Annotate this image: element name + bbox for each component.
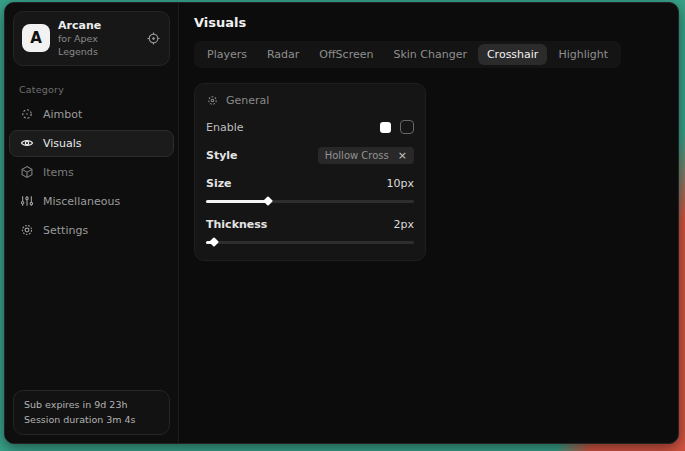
style-label: Style (206, 149, 238, 162)
tab-players[interactable]: Players (198, 44, 256, 65)
color-swatch[interactable] (380, 122, 391, 133)
sidebar-item-label: Items (43, 166, 74, 179)
thickness-slider-track (206, 241, 414, 244)
sidebar-item-items[interactable]: Items (9, 159, 174, 186)
panel-title: General (226, 94, 269, 107)
app-window: A Arcane for Apex Legends Category (4, 2, 679, 444)
size-slider[interactable] (206, 197, 414, 205)
tab-offscreen[interactable]: OffScreen (310, 44, 382, 65)
sidebar-item-visuals[interactable]: Visuals (9, 130, 174, 157)
thickness-row: Thickness 2px (206, 218, 414, 231)
category-label: Category (19, 84, 178, 95)
remove-style-icon[interactable]: × (398, 150, 407, 161)
size-row: Size 10px (206, 177, 414, 190)
thickness-slider-thumb[interactable] (209, 237, 219, 247)
sidebar-item-miscellaneous[interactable]: Miscellaneous (9, 188, 174, 215)
sidebar-item-aimbot[interactable]: Aimbot (9, 101, 174, 128)
general-icon (206, 94, 219, 107)
app-title: Arcane (58, 19, 138, 33)
style-row: Style Hollow Cross × (206, 147, 414, 164)
app-subtitle: for Apex Legends (58, 33, 138, 58)
thickness-slider[interactable] (206, 238, 414, 246)
thickness-value: 2px (394, 218, 415, 231)
tab-highlight[interactable]: Highlight (549, 44, 617, 65)
style-value: Hollow Cross (325, 150, 389, 161)
target-icon[interactable] (146, 31, 161, 46)
sidebar-item-label: Aimbot (43, 108, 82, 121)
box-icon (20, 165, 34, 179)
sidebar-item-label: Visuals (43, 137, 82, 150)
sidebar-item-label: Settings (43, 224, 88, 237)
general-panel: General Enable Style Hollow Cross × Size… (194, 83, 426, 261)
page-title: Visuals (194, 15, 663, 30)
main-content: Visuals Players Radar OffScreen Skin Cha… (179, 3, 678, 443)
app-header-card: A Arcane for Apex Legends (13, 11, 170, 66)
style-select[interactable]: Hollow Cross × (318, 147, 414, 164)
size-slider-thumb[interactable] (263, 196, 273, 206)
app-logo: A (22, 24, 50, 52)
thickness-label: Thickness (206, 218, 267, 231)
enable-checkbox[interactable] (400, 120, 414, 134)
gear-icon (20, 223, 34, 237)
tab-skin-changer[interactable]: Skin Changer (384, 44, 476, 65)
sidebar-item-settings[interactable]: Settings (9, 217, 174, 244)
size-value: 10px (387, 177, 415, 190)
visuals-tabbar: Players Radar OffScreen Skin Changer Cro… (194, 41, 621, 68)
size-slider-fill (206, 200, 268, 203)
subscription-info-card: Sub expires in 9d 23h Session duration 3… (13, 390, 170, 435)
tab-radar[interactable]: Radar (258, 44, 308, 65)
sidebar-item-label: Miscellaneous (43, 195, 120, 208)
session-duration-text: Session duration 3m 4s (24, 412, 159, 427)
eye-icon (20, 136, 34, 150)
enable-label: Enable (206, 121, 243, 134)
enable-row: Enable (206, 120, 414, 134)
tab-crosshair[interactable]: Crosshair (478, 44, 547, 65)
size-label: Size (206, 177, 232, 190)
sidebar-nav: Aimbot Visuals Items (5, 101, 178, 244)
sidebar: A Arcane for Apex Legends Category (5, 3, 179, 443)
crosshair-icon (20, 107, 34, 121)
sub-expires-text: Sub expires in 9d 23h (24, 397, 159, 412)
sliders-icon (20, 194, 34, 208)
